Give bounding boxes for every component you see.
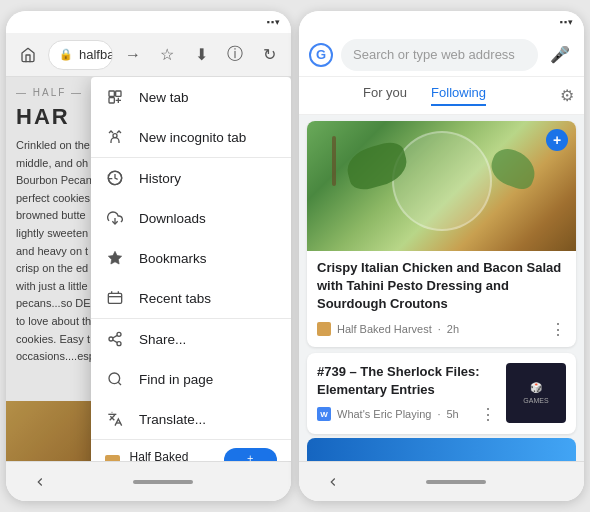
tab-following[interactable]: Following [431,85,486,106]
search-placeholder: Search or type web address [353,47,515,62]
tab-for-you[interactable]: For you [363,85,407,106]
svg-line-13 [113,340,118,343]
small-card-body: #739 – The Sherlock Files: Elementary En… [317,363,496,424]
find-icon [105,369,125,389]
translate-label: Translate... [139,412,206,427]
food-photo [307,121,576,251]
page-content: — HALF — HAR Crinkled on themiddle, and … [6,77,291,461]
menu-item-share[interactable]: Share... [91,319,291,359]
svg-marker-8 [108,251,121,264]
translate-icon [105,409,125,429]
menu-item-recent-tabs[interactable]: Recent tabs [91,278,291,318]
small-card-title: #739 – The Sherlock Files: Elementary En… [317,363,496,399]
history-label: History [139,171,181,186]
svg-rect-2 [109,98,114,103]
preview-gradient [307,438,576,461]
browser-toolbar: 🔒 halfba → ☆ ⬇ ⓘ ↻ [6,33,291,77]
bottom-nav-left [6,461,291,501]
news-feed: + Crispy Italian Chicken and Bacon Salad… [299,115,584,461]
svg-point-15 [109,373,120,384]
card-title-main: Crispy Italian Chicken and Bacon Salad w… [317,259,566,314]
card-time-small: 5h [446,408,458,420]
feed-tabs: For you Following [299,77,550,114]
history-icon [105,168,125,188]
status-icons-left: ▪▪▾ [267,17,281,27]
feed-settings-icon[interactable]: ⚙ [550,86,584,105]
menu-item-follow[interactable]: H Half Baked Harvest + Follow [91,440,291,461]
svg-point-10 [117,332,121,336]
svg-point-12 [117,342,121,346]
menu-item-find[interactable]: Find in page [91,359,291,399]
back-icon-right[interactable] [319,468,347,496]
menu-item-translate[interactable]: Translate... [91,399,291,439]
find-label: Find in page [139,372,213,387]
incognito-icon [105,127,125,147]
back-icon[interactable] [26,468,54,496]
card-image: + [307,121,576,251]
search-bar[interactable]: Search or type web address [341,39,538,71]
download-icon[interactable]: ⬇ [187,41,215,69]
lock-icon: 🔒 [59,48,73,61]
menu-overlay: New tab New incognito tab History [6,77,291,461]
news-card-small: #739 – The Sherlock Files: Elementary En… [307,353,576,434]
card-body-main: Crispy Italian Chicken and Bacon Salad w… [307,251,576,347]
forward-icon[interactable]: → [119,41,147,69]
svg-point-11 [109,337,113,341]
news-card-main: + Crispy Italian Chicken and Bacon Salad… [307,121,576,347]
bookmarks-label: Bookmarks [139,251,207,266]
svg-rect-9 [108,293,121,303]
home-indicator-right[interactable] [426,480,486,484]
source-favicon-main [317,322,331,336]
svg-rect-1 [116,91,121,96]
follow-favicon: H [105,455,120,461]
source-favicon-small: W [317,407,331,421]
source-time-main: · [438,323,441,335]
card-more-small[interactable]: ⋮ [480,405,496,424]
fork-visual [332,136,336,186]
follow-button[interactable]: + Follow [224,448,278,461]
menu-item-bookmarks[interactable]: Bookmarks [91,238,291,278]
add-to-following-badge[interactable]: + [546,129,568,151]
feed-tabs-container: For you Following ⚙ [299,77,584,115]
card-time-main: 2h [447,323,459,335]
small-card-meta: W What's Eric Playing · 5h ⋮ [317,405,496,424]
home-icon[interactable] [14,41,42,69]
home-indicator-left[interactable] [133,480,193,484]
right-status-bar: ▪▪▾ [299,11,584,33]
source-name-main: Half Baked Harvest [337,323,432,335]
recent-tabs-label: Recent tabs [139,291,211,306]
menu-item-history[interactable]: History [91,158,291,198]
news-card-preview [307,438,576,461]
small-card-thumb: 🎲 GAMES [506,363,566,423]
refresh-icon[interactable]: ↻ [255,41,283,69]
greens-visual-2 [486,144,540,192]
svg-line-14 [113,335,118,338]
card-more-main[interactable]: ⋮ [550,320,566,339]
recent-tabs-icon [105,288,125,308]
status-icons-right: ▪▪▾ [560,17,574,27]
right-phone: ▪▪▾ G Search or type web address 🎤 For y… [299,11,584,501]
source-time-sep-small: · [437,408,440,420]
address-bar[interactable]: 🔒 halfba [48,40,113,70]
ticket-image: 🎲 GAMES [523,381,548,405]
source-name-small: What's Eric Playing [337,408,431,420]
left-phone: ▪▪▾ 🔒 halfba → ☆ ⬇ ⓘ ↻ — HALF — HAR Crin… [6,11,291,501]
menu-item-new-tab[interactable]: New tab [91,77,291,117]
follow-site-name: Half Baked Harvest [130,450,214,461]
downloads-label: Downloads [139,211,206,226]
menu-item-incognito[interactable]: New incognito tab [91,117,291,157]
new-tab-icon [105,87,125,107]
info-icon[interactable]: ⓘ [221,41,249,69]
downloads-icon [105,208,125,228]
share-icon [105,329,125,349]
svg-rect-0 [109,91,114,96]
star-icon[interactable]: ☆ [153,41,181,69]
card-meta-main: Half Baked Harvest · 2h ⋮ [317,320,566,339]
bottom-nav-right [299,461,584,501]
menu-item-downloads[interactable]: Downloads [91,198,291,238]
new-tab-label: New tab [139,90,189,105]
share-label: Share... [139,332,186,347]
menu-popup: New tab New incognito tab History [91,77,291,461]
microphone-icon[interactable]: 🎤 [546,41,574,69]
bookmarks-icon [105,248,125,268]
